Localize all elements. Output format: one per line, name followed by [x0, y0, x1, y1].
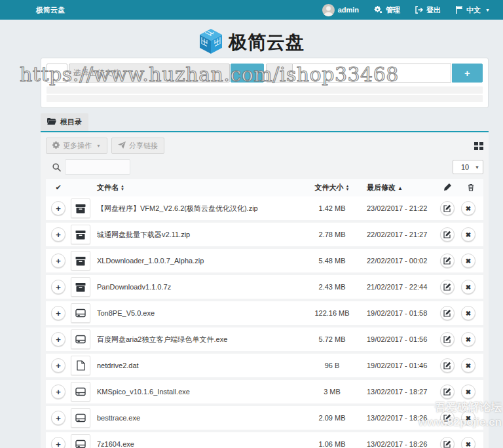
- expand-row-button[interactable]: +: [51, 358, 65, 373]
- expand-row-button[interactable]: +: [51, 437, 65, 448]
- file-type-button[interactable]: [71, 198, 90, 218]
- caret-down-icon: ▼: [485, 8, 490, 12]
- file-name-link[interactable]: 城通网盘批量下载器v2.11.zip: [97, 230, 303, 240]
- gears-icon: [373, 6, 382, 14]
- new-folder-input[interactable]: [293, 64, 451, 83]
- header-last-modified[interactable]: 最后修改▲: [362, 183, 439, 193]
- edit-file-button[interactable]: [440, 306, 455, 320]
- file-type-button[interactable]: [71, 434, 90, 448]
- table-row: + XLDownloader_1.0.0.7_Alpha.zip 5.48 MB…: [46, 249, 483, 272]
- expand-row-button[interactable]: +: [51, 306, 65, 320]
- edit-file-button[interactable]: [440, 358, 455, 373]
- expand-row-button[interactable]: +: [51, 201, 65, 215]
- edit-file-button[interactable]: [440, 201, 455, 215]
- expand-row-button[interactable]: +: [51, 411, 65, 425]
- file-name-link[interactable]: 【网盘程序】VFM2_V2.6.2(极简云盘优化汉化).zip: [97, 204, 303, 214]
- file-type-button[interactable]: [71, 329, 90, 349]
- delete-file-button[interactable]: ✖: [461, 437, 475, 448]
- logo-section: 极简云盘: [0, 20, 503, 58]
- expand-row-button[interactable]: +: [51, 332, 65, 346]
- file-name-link[interactable]: 7z1604.exe: [97, 440, 303, 448]
- add-folder-button[interactable]: +: [452, 64, 483, 83]
- logout-label: 登出: [426, 5, 441, 15]
- logout-icon: [415, 6, 423, 14]
- archive-icon: [75, 256, 86, 266]
- file-name-link[interactable]: Ton8PE_V5.0.exe: [97, 309, 303, 317]
- choose-files-button[interactable]: 选择上传文件: [69, 64, 230, 83]
- header-file-size[interactable]: 文件大小▲▼: [303, 183, 362, 193]
- navbar-brand[interactable]: 极简云盘: [36, 5, 65, 15]
- expand-row-button[interactable]: +: [51, 384, 65, 399]
- table-row: + 【网盘程序】VFM2_V2.6.2(极简云盘优化汉化).zip 1.42 M…: [46, 196, 483, 220]
- gear-icon: [52, 141, 60, 150]
- file-type-button[interactable]: [71, 356, 90, 375]
- page-size-select[interactable]: 10 ▼: [453, 160, 483, 174]
- delete-file-button[interactable]: ✖: [461, 411, 475, 425]
- logout-link[interactable]: 登出: [415, 5, 441, 15]
- delete-file-button[interactable]: ✖: [461, 332, 475, 346]
- file-modified: 13/02/2017 - 18:26: [362, 414, 439, 422]
- share-link-button[interactable]: 分享链接: [111, 138, 164, 154]
- header-last-modified-label: 最后修改: [367, 183, 396, 191]
- delete-file-button[interactable]: ✖: [461, 384, 475, 399]
- file-modified: 22/02/2017 - 21:27: [362, 231, 439, 238]
- file-type-button[interactable]: [71, 382, 90, 401]
- file-type-button[interactable]: [71, 225, 90, 244]
- file-type-button[interactable]: [71, 277, 90, 297]
- file-name-link[interactable]: netdrive2.dat: [97, 362, 303, 369]
- delete-file-button[interactable]: ✖: [461, 253, 475, 268]
- delete-file-button[interactable]: ✖: [461, 306, 475, 320]
- more-actions-button[interactable]: 更多操作 ▼: [46, 138, 107, 154]
- file-size: 1.42 MB: [303, 204, 362, 212]
- edit-file-button[interactable]: [440, 384, 455, 399]
- flag-icon: [455, 6, 463, 14]
- file-name-link[interactable]: PanDownloadv1.1.0.7z: [97, 283, 303, 291]
- file-name-link[interactable]: 百度网盘aria2独立客户端绿色单文件.exe: [97, 335, 303, 345]
- file-type-button[interactable]: [71, 408, 90, 428]
- search-input[interactable]: [65, 159, 130, 175]
- file-name-link[interactable]: XLDownloader_1.0.0.7_Alpha.zip: [97, 257, 303, 265]
- drive-icon: [75, 335, 86, 344]
- expand-row-button[interactable]: +: [51, 280, 65, 294]
- table-row: + 7z1604.exe 1.06 MB 13/02/2017 - 18:26: [46, 432, 483, 448]
- edit-file-button[interactable]: [440, 253, 455, 268]
- drive-icon: [75, 413, 86, 422]
- drive-icon: [75, 308, 86, 318]
- expand-row-button[interactable]: +: [51, 227, 65, 242]
- file-size: 2.43 MB: [303, 283, 362, 291]
- delete-file-button[interactable]: ✖: [461, 280, 475, 294]
- check-icon[interactable]: ✔: [46, 183, 71, 192]
- file-modified: 19/02/2017 - 01:56: [362, 335, 439, 343]
- edit-file-button[interactable]: [440, 332, 455, 346]
- language-menu[interactable]: 中文 ▼: [455, 5, 490, 15]
- table-row: + 百度网盘aria2独立客户端绿色单文件.exe 5.72 MB 19/02/…: [46, 327, 483, 351]
- delete-file-button[interactable]: ✖: [461, 358, 475, 373]
- table-row: + PanDownloadv1.1.0.7z 2.43 MB 21/02/201…: [46, 275, 483, 299]
- edit-file-button[interactable]: [440, 280, 455, 294]
- edit-file-button[interactable]: [440, 437, 455, 448]
- upload-button[interactable]: [231, 64, 264, 83]
- delete-file-button[interactable]: ✖: [461, 201, 475, 215]
- grid-view-icon[interactable]: [474, 142, 483, 150]
- edit-file-button[interactable]: [440, 227, 455, 242]
- page-size-value: 10: [461, 163, 469, 171]
- more-actions-label: 更多操作: [63, 141, 92, 151]
- file-name-link[interactable]: besttrace.exe: [97, 414, 303, 422]
- close-icon: ✖: [466, 388, 471, 396]
- tab-label: 根目录: [60, 117, 82, 127]
- delete-file-button[interactable]: ✖: [461, 227, 475, 242]
- file-modified: 19/02/2017 - 01:58: [362, 309, 439, 317]
- header-file-name-label: 文件名: [97, 183, 119, 191]
- tab-root-directory[interactable]: 根目录: [41, 113, 88, 131]
- file-type-button[interactable]: [71, 251, 90, 271]
- expand-row-button[interactable]: +: [51, 253, 65, 268]
- file-modified: 22/02/2017 - 00:02: [362, 257, 439, 265]
- upload-panel: 选择上传文件 +: [41, 58, 489, 108]
- file-name-link[interactable]: KMSpico_v10.1.6_Install.exe: [97, 388, 303, 396]
- user-menu[interactable]: admin: [322, 4, 359, 16]
- edit-file-button[interactable]: [440, 411, 455, 425]
- manage-link[interactable]: 管理: [373, 5, 400, 15]
- header-file-name[interactable]: 文件名▲▼: [97, 183, 303, 193]
- sort-icon: ▲▼: [121, 185, 124, 191]
- file-type-button[interactable]: [71, 303, 90, 323]
